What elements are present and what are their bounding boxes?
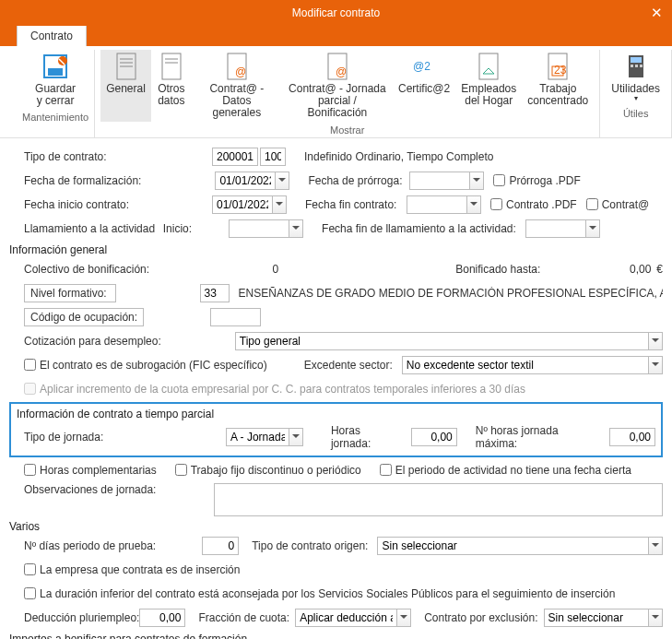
fecha-fin-drop[interactable] <box>466 195 481 214</box>
chk-aplicar: Aplicar incremento de la cuota empresari… <box>24 383 525 396</box>
close-icon[interactable]: ✕ <box>651 5 663 21</box>
fecha-fin-input[interactable] <box>407 195 466 214</box>
tipo-desc: Indefinido Ordinario, Tiempo Completo <box>304 150 493 163</box>
window-title: Modificar contrato <box>292 6 380 19</box>
tipo-origen-drop[interactable] <box>648 537 663 555</box>
exced-drop[interactable] <box>648 356 663 374</box>
svg-text:23: 23 <box>554 64 567 77</box>
deduc-input[interactable] <box>139 609 185 627</box>
lbl-nivel[interactable]: Nivel formativo: <box>24 284 116 302</box>
trabajo-button[interactable]: 23Trabajo concentrado <box>522 50 594 122</box>
svg-rect-1 <box>48 68 63 76</box>
tipo-jornada-input[interactable] <box>226 428 289 446</box>
cotiz-input[interactable] <box>235 332 648 350</box>
fecha-inicio-input[interactable] <box>212 195 272 214</box>
tipo-code1[interactable] <box>212 148 258 166</box>
lbl-deduc: Deducción pluriempleo: <box>9 611 139 624</box>
chk-contratat[interactable]: Contrat@ <box>586 198 650 211</box>
svg-text:@2: @2 <box>413 60 430 73</box>
form-area: Tipo de contrato: Indefinido Ordinario, … <box>0 138 672 639</box>
observ-input[interactable] <box>214 483 663 516</box>
lbl-fecha-fin: Fecha fin contrato: <box>305 198 407 211</box>
save-close-button[interactable]: Guardar y cerrar <box>29 50 81 109</box>
llam-fin-input[interactable] <box>525 219 585 238</box>
chk-contrato-pdf[interactable]: Contrato .PDF <box>490 198 577 211</box>
contr-excl-drop[interactable] <box>648 609 663 627</box>
lbl-observ: Observaciones de jornada: <box>9 483 156 496</box>
lbl-inicio: Inicio: <box>155 222 192 235</box>
exced-input[interactable] <box>402 356 648 374</box>
lbl-fecha-prorroga: Fecha de prórroga: <box>308 174 409 187</box>
otros-datos-button[interactable]: Otros datos <box>151 50 192 122</box>
chk-periodo-act[interactable]: El periodo de actividad no tiene una fec… <box>380 464 631 477</box>
svg-text:@: @ <box>336 65 347 78</box>
contrat-datos-button[interactable]: @Contrat@ - Datos generales <box>192 50 282 122</box>
empleados-button[interactable]: Empleados del Hogar <box>455 50 522 122</box>
chk-subrog[interactable]: El contrato es de subrogación (FIC espec… <box>24 359 267 372</box>
tipo-jornada-drop[interactable] <box>289 428 303 446</box>
llam-fin-drop[interactable] <box>585 219 600 238</box>
svg-rect-22 <box>635 65 638 67</box>
cotiz-drop[interactable] <box>648 332 663 350</box>
ribbon: Guardar y cerrar Mantenimiento General O… <box>0 46 672 138</box>
svg-rect-23 <box>640 65 643 67</box>
bonif-val: 0,00 <box>540 263 651 276</box>
section-info-parcial: Información de contrato a tiempo parcial <box>17 408 655 420</box>
cod-ocup-input[interactable] <box>210 308 261 326</box>
fracc-input[interactable] <box>295 609 396 627</box>
nhoras-input[interactable] <box>609 428 655 446</box>
lbl-tipo-contrato: Tipo de contrato: <box>9 150 138 163</box>
general-button[interactable]: General <box>100 50 151 122</box>
certific-button[interactable]: @2Certific@2 <box>393 50 455 122</box>
ribbon-group-mantenimiento: Mantenimiento <box>22 112 88 123</box>
fecha-inicio-drop[interactable] <box>272 195 287 214</box>
doc-at-icon: @ <box>222 52 252 81</box>
tab-contrato[interactable]: Contrato <box>17 25 87 46</box>
chk-horas-comp[interactable]: Horas complementarias <box>24 464 157 477</box>
lbl-tipo-jornada: Tipo de jornada: <box>17 431 109 444</box>
fracc-drop[interactable] <box>396 609 411 627</box>
fecha-form-drop[interactable] <box>275 172 289 190</box>
chk-duracion[interactable]: La duración inferior del contrato está a… <box>24 587 615 600</box>
certific-icon: @2 <box>409 52 439 81</box>
colectivo-val: 0 <box>149 263 278 276</box>
nivel-input[interactable] <box>200 284 230 302</box>
lbl-tipo-origen: Tipo de contrato origen: <box>252 539 368 552</box>
horas-jornada-input[interactable] <box>411 428 457 446</box>
utilidades-button[interactable]: Utilidades▾ <box>606 50 666 105</box>
lbl-llam: Llamamiento a la actividad <box>9 222 155 235</box>
llam-inicio-input[interactable] <box>229 219 289 238</box>
section-varios: Varios <box>9 520 663 533</box>
chk-empresa-ins[interactable]: La empresa que contrata es de inserción <box>24 563 240 576</box>
contr-excl-input[interactable] <box>544 609 648 627</box>
llam-inicio-drop[interactable] <box>289 219 303 238</box>
lbl-ndias: Nº días periodo de prueba: <box>9 539 156 552</box>
lbl-exced: Excedente sector: <box>304 359 393 372</box>
tipo-code2[interactable] <box>260 148 286 166</box>
svg-text:@: @ <box>235 65 246 78</box>
chk-trabajo-fijo[interactable]: Trabajo fijo discontinuo o periódico <box>175 464 361 477</box>
tab-strip: Contrato <box>0 26 672 46</box>
contrat-parcial-button[interactable]: @Contrat@ - Jornada parcial / Bonificaci… <box>282 50 393 122</box>
title-bar: Modificar contrato ✕ <box>0 0 672 26</box>
section-importes: Importes a bonificar para contratos de f… <box>9 633 663 639</box>
svg-rect-7 <box>162 53 181 79</box>
lbl-horas-jornada: Horas jornada: <box>331 424 402 450</box>
doc-at-icon: @ <box>323 52 352 81</box>
doc-icon <box>157 52 186 81</box>
lbl-bonif-hasta: Bonificado hasta: <box>455 263 540 276</box>
nivel-desc: ENSEÑANZAS DE GRADO MEDIO DE FORMACIÓN P… <box>239 287 663 300</box>
chk-prorroga-pdf[interactable]: Prórroga .PDF <box>493 174 580 187</box>
lbl-fecha-fin-llam: Fecha fin de llamamiento a la actividad: <box>322 222 516 235</box>
lbl-fecha-inicio: Fecha inicio contrato: <box>9 198 138 211</box>
fecha-prorroga-drop[interactable] <box>469 172 484 190</box>
tipo-origen-input[interactable] <box>377 537 648 555</box>
home-icon <box>474 52 503 81</box>
ndias-input[interactable] <box>202 537 239 555</box>
lbl-fecha-form: Fecha de formalización: <box>9 174 141 187</box>
lbl-cod-ocup[interactable]: Código de ocupación: <box>24 308 144 326</box>
fecha-prorroga-input[interactable] <box>409 172 469 190</box>
lbl-colectivo: Colectivo de bonificación: <box>9 263 149 276</box>
ribbon-group-utiles: Útiles <box>623 108 649 119</box>
fecha-form-input[interactable] <box>215 172 275 190</box>
